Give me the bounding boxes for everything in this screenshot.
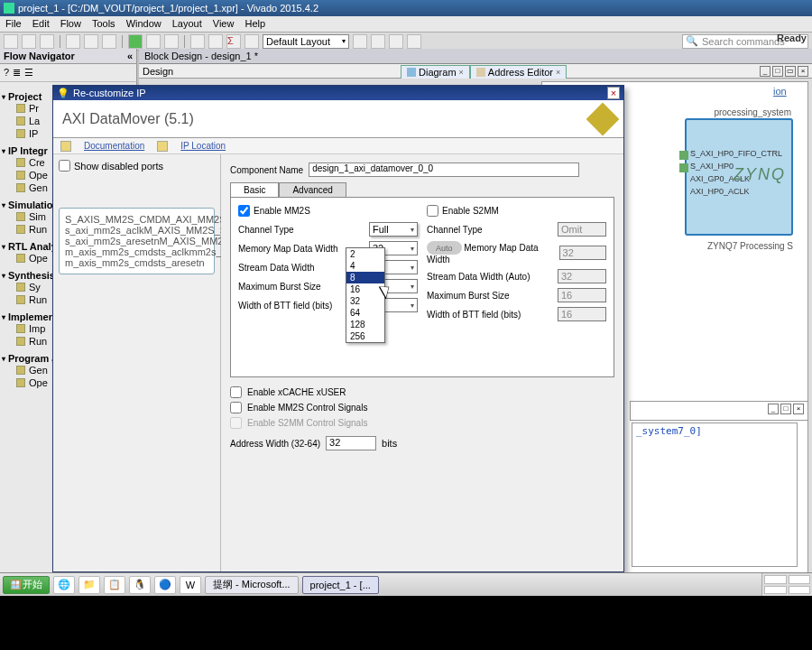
link-ion[interactable]: ion: [773, 86, 787, 97]
btt-width-dropdown[interactable]: 248163264128256: [346, 247, 385, 343]
enable-s2mm-checkbox[interactable]: [427, 205, 438, 217]
config-tabs: Basic Advanced: [230, 182, 614, 197]
task-word[interactable]: 提纲 - Microsoft...: [205, 576, 299, 594]
ip-name: AXI DataMover (5.1): [62, 111, 194, 127]
dropdown-option[interactable]: 128: [346, 319, 384, 330]
separator: [60, 35, 60, 48]
browser-icon[interactable]: 🌐: [53, 576, 75, 594]
help-icon[interactable]: ?: [4, 67, 9, 79]
tcl-console[interactable]: _system7_0]: [632, 422, 798, 567]
component-name-field[interactable]: design_1_axi_datamover_0_0: [309, 162, 579, 177]
param-select: 16: [558, 307, 606, 321]
tray-icon[interactable]: [789, 586, 811, 595]
open-icon[interactable]: [22, 34, 36, 49]
menu-edit[interactable]: Edit: [32, 18, 50, 30]
menu-view[interactable]: View: [213, 18, 235, 30]
settings-icon[interactable]: [208, 34, 223, 49]
play-icon[interactable]: [146, 34, 161, 49]
enable-mm2s-checkbox[interactable]: [238, 205, 250, 217]
ps-footer: ZYNQ7 Processing S: [707, 241, 793, 251]
start-button[interactable]: 🪟开始: [3, 576, 50, 594]
wrench-icon[interactable]: [190, 34, 205, 49]
restore-icon[interactable]: ▭: [785, 66, 796, 77]
tab-diagram[interactable]: Diagram×: [401, 65, 470, 79]
option-checkbox[interactable]: [230, 402, 242, 413]
option-row: Enable S2MM Control Signals: [230, 417, 614, 429]
close-icon[interactable]: ×: [793, 404, 804, 414]
menu-layout[interactable]: Layout: [172, 18, 202, 30]
system-tray[interactable]: [761, 573, 812, 596]
diagram-icon: [407, 68, 416, 77]
dropdown-option[interactable]: 8: [346, 272, 384, 283]
pin-icon[interactable]: [389, 34, 403, 49]
menu-tools[interactable]: Tools: [92, 18, 115, 30]
dropdown-option[interactable]: 16: [346, 283, 384, 295]
xilinx-logo-icon: [586, 102, 620, 135]
canvas-tabs: Diagram× Address Editor×: [401, 65, 567, 79]
address-width-field[interactable]: 32: [326, 436, 376, 450]
dropdown-option[interactable]: 256: [346, 330, 384, 342]
zynq-logo: ZYNQ: [734, 165, 786, 184]
explorer-icon[interactable]: 📁: [78, 576, 100, 594]
menu-flow[interactable]: Flow: [60, 18, 81, 30]
run-icon[interactable]: [128, 34, 143, 49]
param-row: Stream Data Width (Auto)32: [427, 269, 606, 283]
tab-advanced[interactable]: Advanced: [279, 182, 346, 197]
param-select: 32: [558, 269, 606, 283]
close-icon[interactable]: ×: [798, 66, 808, 77]
link-documentation[interactable]: Documentation: [84, 141, 144, 151]
show-disabled-checkbox[interactable]: [59, 160, 70, 172]
minimize-icon[interactable]: _: [760, 66, 770, 77]
collapse-icon[interactable]: «: [127, 51, 133, 61]
dropdown-option[interactable]: 2: [346, 248, 384, 260]
tray-icon[interactable]: [764, 586, 787, 595]
close-icon[interactable]: ×: [556, 68, 560, 77]
edge-icon[interactable]: 🔵: [154, 576, 176, 594]
port-icon[interactable]: [679, 163, 688, 172]
tray-icon[interactable]: [764, 575, 787, 584]
close-icon[interactable]: ×: [607, 87, 620, 99]
menu-file[interactable]: File: [5, 18, 22, 30]
sort-icon[interactable]: ☰: [24, 67, 33, 79]
refresh-icon[interactable]: [407, 34, 421, 49]
option-checkbox[interactable]: [230, 386, 242, 398]
link-ip-location[interactable]: IP Location: [180, 141, 226, 151]
clock-icon[interactable]: [245, 34, 259, 49]
filter-icon[interactable]: ≣: [13, 67, 21, 79]
tab-address-editor[interactable]: Address Editor×: [470, 65, 567, 79]
undo-icon[interactable]: [66, 34, 80, 49]
param-select[interactable]: Full: [369, 222, 418, 237]
minimize-icon[interactable]: _: [768, 404, 779, 414]
word-icon[interactable]: W: [180, 576, 201, 594]
param-row: Stream Data Width32: [238, 260, 418, 274]
processing-system-block[interactable]: processing_system S_AXI_HP0_FIFO_CTRL S_…: [685, 118, 793, 236]
step-icon[interactable]: [164, 34, 179, 49]
grid-icon[interactable]: [353, 34, 367, 49]
dialog-titlebar[interactable]: 💡 Re-customize IP ×: [53, 86, 623, 100]
menu-window[interactable]: Window: [126, 18, 161, 30]
maximize-icon[interactable]: □: [780, 404, 791, 414]
dropdown-option[interactable]: 32: [346, 295, 384, 307]
param-row: Channel TypeFull: [238, 222, 418, 237]
expand-icon[interactable]: [371, 34, 385, 49]
redo-icon[interactable]: [84, 34, 98, 49]
param-row: Auto Memory Map Data Width32: [427, 241, 606, 265]
new-icon[interactable]: [4, 34, 18, 49]
notepad-icon[interactable]: 📋: [104, 576, 125, 594]
layout-select[interactable]: Default Layout: [263, 34, 349, 49]
port-icon[interactable]: [679, 151, 688, 160]
tab-basic[interactable]: Basic: [230, 182, 279, 197]
dropdown-option[interactable]: 64: [346, 307, 384, 319]
menu-help[interactable]: Help: [245, 18, 265, 30]
copy-icon[interactable]: [102, 34, 116, 49]
sigma-icon[interactable]: Σ: [226, 34, 241, 49]
maximize-icon[interactable]: □: [772, 66, 783, 77]
task-vivado[interactable]: project_1 - [...: [302, 576, 379, 594]
tray-icon[interactable]: [789, 575, 811, 584]
param-row: Width of BTT field (bits): [238, 298, 418, 312]
dropdown-option[interactable]: 4: [346, 260, 384, 272]
save-icon[interactable]: [40, 34, 54, 49]
param-row: Channel TypeOmit: [427, 222, 606, 237]
qq-icon[interactable]: 🐧: [129, 576, 151, 594]
close-icon[interactable]: ×: [459, 68, 464, 77]
